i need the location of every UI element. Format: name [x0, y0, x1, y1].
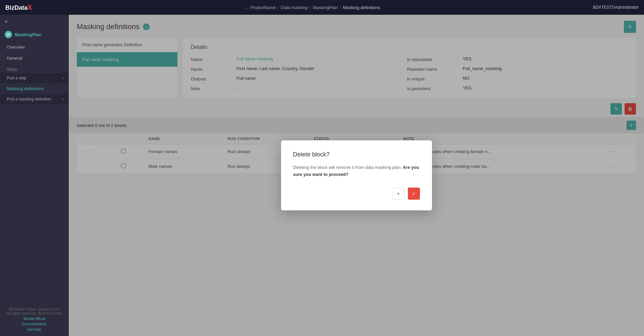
modal-confirm-button[interactable]: ✓ [408, 188, 420, 200]
modal-body: Deleting the block will remove it from d… [293, 164, 420, 178]
steps-chevron-icon: ▾ [62, 76, 64, 80]
main-layout: « M MaskingPlan Overview General Steps P… [0, 15, 644, 336]
breadcrumb-current: Masking definitions [343, 5, 380, 10]
logo-text: BizDataX [5, 4, 32, 11]
sidebar-footer: BizDataX Portal - Version 5.0.0 All righ… [0, 303, 69, 336]
modal-overlay: Delete block? Deleting the block will re… [69, 15, 644, 336]
sidebar-masking-def-dropdown[interactable]: Pick a masking definition ▾ [0, 94, 69, 104]
collapse-button[interactable]: « [0, 15, 69, 27]
breadcrumb: ... ProjectName / Data masking / Masking… [245, 5, 380, 10]
user-info: BDXTEST2\Administrator [593, 5, 639, 10]
sidebar-steps-dropdown[interactable]: Pick a step ▾ [0, 73, 69, 83]
footer-docs-link[interactable]: Documentation [5, 322, 64, 326]
footer-ekobit-link[interactable]: Ekobit official [5, 317, 64, 321]
footer-help-link[interactable]: Get help [5, 327, 64, 331]
breadcrumb-masking-plan[interactable]: MaskingPlan [313, 5, 338, 10]
footer-rights: All rights reserved. Built by Ekobit. [5, 311, 64, 315]
sidebar-item-overview[interactable]: Overview [0, 42, 69, 53]
sidebar-section-header: M MaskingPlan [0, 27, 69, 42]
main-content: Masking definitions i + First name gener… [69, 15, 644, 336]
sidebar: « M MaskingPlan Overview General Steps P… [0, 15, 69, 336]
modal-title: Delete block? [293, 151, 420, 158]
topbar: BizDataX ... ProjectName / Data masking … [0, 0, 644, 15]
modal-actions: × ✓ [293, 188, 420, 200]
masking-def-chevron-icon: ▾ [62, 97, 64, 101]
sidebar-section-label: MaskingPlan [15, 32, 41, 37]
sidebar-steps-placeholder: Pick a step [7, 76, 26, 80]
masking-plan-icon: M [5, 31, 12, 38]
sidebar-item-masking-defs[interactable]: Masking definitions [0, 83, 69, 94]
modal-body-normal: Deleting the block will remove it from d… [293, 165, 402, 170]
footer-version: BizDataX Portal - Version 5.0.0 [5, 307, 64, 311]
breadcrumb-data-masking[interactable]: Data masking [281, 5, 308, 10]
delete-block-modal: Delete block? Deleting the block will re… [281, 140, 432, 210]
sidebar-steps-label: Steps [0, 64, 69, 73]
masking-def-placeholder: Pick a masking definition [7, 97, 51, 102]
breadcrumb-project[interactable]: ProjectName [251, 5, 276, 10]
logo: BizDataX [5, 4, 32, 11]
modal-cancel-button[interactable]: × [392, 188, 405, 200]
breadcrumb-dots: ... [245, 5, 249, 10]
sidebar-item-general[interactable]: General [0, 53, 69, 64]
